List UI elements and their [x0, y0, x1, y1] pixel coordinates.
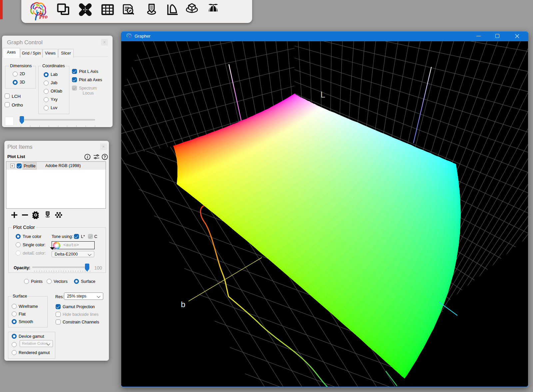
svg-text:b: b	[181, 300, 185, 309]
svg-text:L: L	[320, 90, 325, 99]
svg-text:Pro: Pro	[38, 13, 48, 20]
svg-text:i: i	[87, 155, 88, 159]
svg-text:?: ?	[104, 155, 106, 159]
